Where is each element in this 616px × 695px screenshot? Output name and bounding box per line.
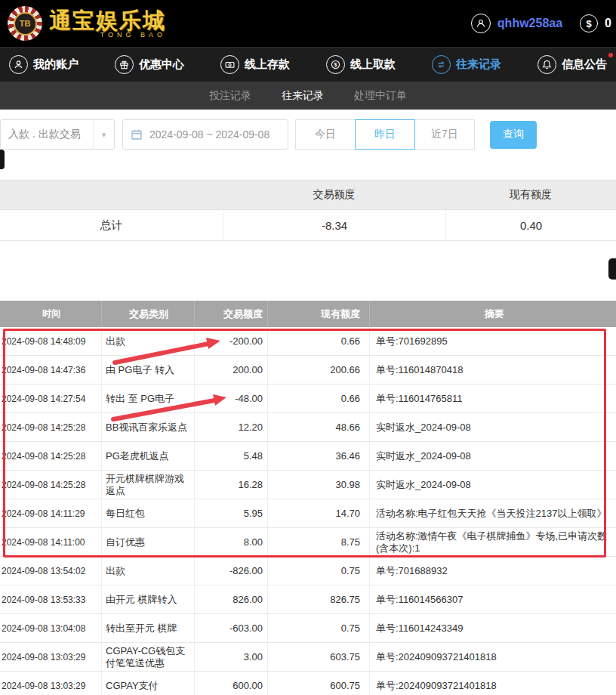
cell-balance: 14.70	[268, 499, 370, 527]
cell-type: 转出至开元 棋牌	[102, 614, 195, 642]
records-table: 时间交易类别交易额度现有额度摘要 2024-09-08 14:48:09出款-2…	[0, 301, 616, 695]
user-area: qhhw258aa $ 0	[471, 14, 611, 33]
nav-item-deposit[interactable]: 线上存款	[220, 55, 290, 74]
table-row: 2024-09-08 13:54:02出款-826.000.75单号:70168…	[0, 557, 616, 585]
cell-time: 2024-09-08 14:47:36	[0, 356, 102, 384]
cell-time: 2024-09-08 14:11:29	[0, 499, 102, 527]
cell-amount: 16.28	[195, 471, 268, 499]
cell-note: 实时返水_2024-09-08	[370, 413, 616, 441]
cell-note: 单号:116014243349	[370, 614, 616, 642]
nav-label: 线上存款	[245, 57, 290, 72]
records-table-body: 2024-09-08 14:48:09出款-200.000.66单号:70169…	[0, 327, 616, 695]
cell-balance: 30.98	[268, 471, 370, 499]
search-button[interactable]: 查询	[490, 121, 537, 149]
deposit-icon	[220, 55, 239, 74]
site-logo[interactable]: TB 通宝娱乐城 TONG BAO	[8, 6, 166, 41]
select-value: 入款 . 出款交易	[8, 128, 81, 141]
balance-value: 0	[605, 17, 611, 30]
table-row: 2024-09-08 14:25:28BB视讯百家乐返点12.2048.66实时…	[0, 413, 616, 442]
summary-amount-value: -8.34	[223, 210, 445, 240]
cell-type: BB视讯百家乐返点	[102, 413, 195, 441]
cell-amount: 12.20	[195, 413, 268, 441]
table-row: 2024-09-08 14:11:29每日红包5.9514.70活动名称:电子红…	[0, 499, 616, 528]
cell-balance: 0.66	[268, 385, 370, 412]
tab-pending-orders[interactable]: 处理中订单	[354, 89, 407, 103]
nav-label: 往来记录	[456, 57, 501, 72]
table-row: 2024-09-08 14:25:28开元棋牌棋牌游戏返点16.2830.98实…	[0, 471, 616, 499]
nav-item-withdraw[interactable]: $ 线上取款	[326, 55, 396, 74]
cell-type: 开元棋牌棋牌游戏返点	[102, 471, 195, 499]
transaction-type-select[interactable]: 入款 . 出款交易 ▾	[0, 119, 115, 150]
cell-type: 出款	[102, 327, 195, 355]
column-header: 现有额度	[268, 301, 370, 327]
cell-time: 2024-09-08 14:27:54	[0, 385, 102, 412]
nav-label: 信息公告	[562, 57, 607, 72]
tab-transaction-records[interactable]: 往来记录	[282, 89, 324, 103]
table-row: 2024-09-08 13:03:29CGPAY支付600.00600.75单号…	[0, 672, 616, 695]
user-avatar-icon	[471, 14, 491, 33]
table-row: 2024-09-08 13:04:08转出至开元 棋牌-603.000.75单号…	[0, 614, 616, 643]
quick-range-last7days[interactable]: 近7日	[414, 119, 475, 150]
username-link[interactable]: qhhw258aa	[497, 17, 562, 30]
transfer-records-icon	[432, 55, 451, 74]
cell-type: 自订优惠	[102, 528, 195, 556]
table-row: 2024-09-08 14:27:54转出 至 PG电子-48.000.66单号…	[0, 385, 616, 413]
nav-item-promotions[interactable]: 优惠中心	[115, 55, 184, 74]
tab-bet-records[interactable]: 投注记录	[209, 89, 251, 103]
cell-amount: 200.00	[195, 356, 268, 384]
left-edge-widget[interactable]	[0, 150, 5, 169]
cell-note: 单号:202409093721401818	[370, 643, 616, 671]
cell-note: 实时返水_2024-09-08	[370, 442, 616, 470]
cell-type: 由 PG电子 转入	[102, 356, 195, 384]
cell-time: 2024-09-08 14:25:28	[0, 413, 102, 441]
cell-balance: 36.46	[268, 442, 370, 470]
cell-type: CGPAY-CG钱包支付笔笔送优惠	[102, 643, 195, 671]
date-range-picker[interactable]: 2024-09-08 ~ 2024-09-08	[122, 119, 288, 150]
table-row: 2024-09-08 14:48:09出款-200.000.66单号:70169…	[0, 327, 616, 356]
filter-bar: 入款 . 出款交易 ▾ 2024-09-08 ~ 2024-09-08 今日 昨…	[0, 110, 616, 161]
cell-note: 单号:116014870418	[370, 356, 616, 384]
table-row: 2024-09-08 14:47:36由 PG电子 转入200.00200.66…	[0, 356, 616, 385]
column-header: 交易类别	[102, 301, 195, 327]
cell-balance: 8.75	[268, 528, 370, 556]
calendar-icon	[131, 128, 143, 141]
cell-amount: -48.00	[195, 385, 268, 412]
cell-note: 单号:701688932	[370, 557, 616, 585]
right-edge-widget[interactable]	[608, 258, 616, 280]
quick-range-yesterday[interactable]: 昨日	[355, 119, 415, 150]
nav-label: 线上取款	[350, 57, 396, 72]
cell-type: 由开元 棋牌转入	[102, 585, 195, 613]
cell-balance: 48.66	[268, 413, 370, 441]
nav-item-records[interactable]: 往来记录	[432, 55, 501, 74]
cell-amount: -603.00	[195, 614, 268, 642]
cell-type: 转出 至 PG电子	[102, 385, 195, 412]
currency-coin-icon: $	[580, 14, 598, 32]
cell-balance: 826.75	[268, 585, 370, 613]
cell-time: 2024-09-08 14:48:09	[0, 327, 102, 355]
nav-item-announcements[interactable]: 信息公告	[537, 55, 607, 74]
logo-text-block: 通宝娱乐城 TONG BAO	[49, 9, 166, 39]
nav-item-my-account[interactable]: 我的账户	[9, 55, 79, 74]
records-table-head: 时间交易类别交易额度现有额度摘要	[0, 301, 616, 327]
gift-icon	[115, 55, 134, 74]
sub-nav: 投注记录 往来记录 处理中订单	[0, 82, 616, 110]
cell-balance: 603.75	[268, 643, 370, 671]
cell-note: 单号:116014765811	[370, 385, 616, 412]
cell-time: 2024-09-08 13:03:29	[0, 672, 102, 695]
quick-range-today[interactable]: 今日	[295, 119, 356, 150]
nav-label: 优惠中心	[139, 57, 184, 72]
cell-note: 活动名称:激情午夜《电子棋牌捕鱼》专场,已申请次数(含本次):1	[370, 528, 616, 556]
date-range-value: 2024-09-08 ~ 2024-09-08	[149, 128, 270, 141]
cell-amount: 8.00	[195, 528, 268, 556]
cell-amount: 826.00	[195, 585, 268, 613]
table-row: 2024-09-08 14:11:00自订优惠8.008.75活动名称:激情午夜…	[0, 528, 616, 557]
cell-amount: 600.00	[195, 672, 268, 695]
cell-note: 实时返水_2024-09-08	[370, 471, 616, 499]
column-header: 摘要	[370, 301, 616, 327]
cell-amount: 3.00	[195, 643, 268, 671]
cell-amount: 5.48	[195, 442, 268, 470]
cell-time: 2024-09-08 14:25:28	[0, 442, 102, 470]
cell-type: 每日红包	[102, 499, 195, 527]
cell-balance: 200.66	[268, 356, 370, 384]
summary-header-amount: 交易额度	[223, 181, 445, 209]
